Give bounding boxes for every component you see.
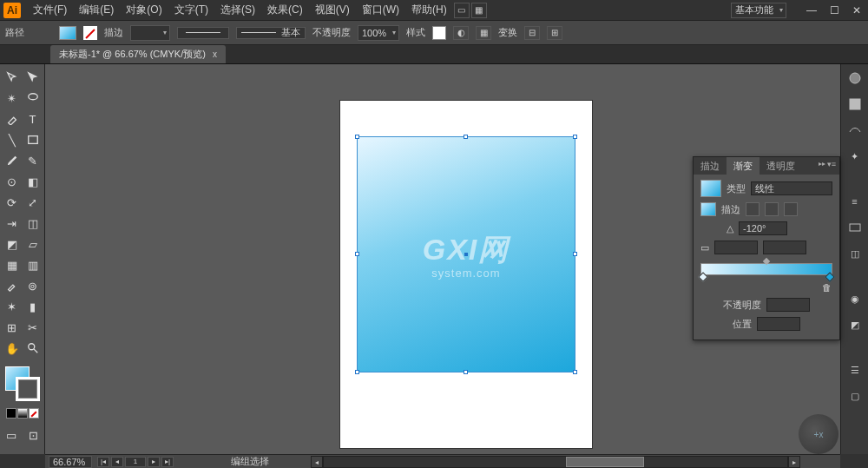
menu-effect[interactable]: 效果(C): [262, 0, 308, 20]
artboard-next-icon[interactable]: ▸: [148, 457, 160, 467]
rectangle-tool-icon[interactable]: [23, 130, 43, 149]
window-close-icon[interactable]: ✕: [849, 4, 865, 16]
gradient-panel-icon[interactable]: [846, 219, 864, 236]
free-transform-tool-icon[interactable]: ◫: [23, 214, 43, 233]
pen-tool-icon[interactable]: [3, 109, 22, 129]
stroke-color-box[interactable]: [16, 377, 40, 401]
swatches-panel-icon[interactable]: [846, 96, 864, 113]
artboards-panel-icon[interactable]: ▢: [846, 387, 864, 405]
stroke-gradient-along-icon[interactable]: [765, 202, 779, 216]
selected-rectangle[interactable]: GXI网 system.com: [358, 137, 575, 372]
artboard-prev-icon[interactable]: ◂: [111, 457, 123, 467]
artboard-first-icon[interactable]: |◂: [97, 457, 109, 467]
color-panel-icon[interactable]: [846, 69, 864, 87]
resize-handle[interactable]: [355, 370, 359, 374]
artboard-number-field[interactable]: 1: [125, 457, 146, 467]
corner-zoom-widget[interactable]: +x: [799, 414, 838, 454]
gradient-preview-swatch[interactable]: [700, 180, 721, 197]
line-tool-icon[interactable]: ╲: [3, 130, 22, 149]
graphic-styles-panel-icon[interactable]: ◩: [846, 316, 864, 333]
gradient-stroke-swatch[interactable]: [700, 202, 716, 216]
gradient-angle-field[interactable]: -120°: [739, 221, 787, 235]
lasso-tool-icon[interactable]: [23, 89, 43, 108]
symbols-panel-icon[interactable]: ✦: [846, 148, 864, 165]
resize-handle[interactable]: [573, 252, 577, 256]
select-similar-icon[interactable]: ⊞: [547, 26, 562, 40]
slice-tool-icon[interactable]: ✂: [23, 318, 43, 337]
scroll-right-icon[interactable]: ▸: [788, 456, 800, 468]
color-mode-solid[interactable]: [6, 408, 16, 419]
transparency-panel-icon[interactable]: ◫: [846, 245, 864, 262]
align-panel-icon[interactable]: ▦: [476, 26, 491, 40]
brush-definition-dropdown[interactable]: 基本: [236, 27, 306, 39]
panel-menu-icon[interactable]: ▾≡: [827, 160, 836, 168]
menu-type[interactable]: 文字(T): [169, 0, 214, 20]
resize-handle[interactable]: [573, 370, 577, 374]
width-tool-icon[interactable]: ⇥: [3, 214, 22, 233]
paintbrush-tool-icon[interactable]: [3, 151, 22, 170]
scroll-track[interactable]: [323, 456, 788, 468]
resize-handle[interactable]: [355, 135, 359, 139]
no-fill-icon[interactable]: [83, 26, 97, 40]
gradient-ramp[interactable]: [700, 263, 832, 275]
symbol-sprayer-tool-icon[interactable]: ✶: [3, 297, 22, 316]
delete-stop-icon[interactable]: 🗑: [822, 282, 832, 293]
appearance-panel-icon[interactable]: ◉: [846, 290, 864, 307]
blend-tool-icon[interactable]: ⊚: [23, 276, 43, 295]
color-mode-gradient[interactable]: [17, 408, 28, 419]
opacity-field[interactable]: 100%: [358, 25, 399, 41]
isolate-icon[interactable]: ⊟: [524, 26, 540, 40]
artboard-tool-icon[interactable]: ⊞: [3, 318, 22, 337]
menubar-layout-icon[interactable]: ▭: [454, 3, 470, 18]
gradient-stop-end[interactable]: [825, 272, 834, 281]
direct-selection-tool-icon[interactable]: [23, 68, 43, 87]
screen-mode-icon[interactable]: ▭: [2, 425, 21, 445]
panel-tab-gradient[interactable]: 渐变: [727, 157, 760, 175]
horizontal-scrollbar[interactable]: ◂ ▸: [323, 456, 788, 468]
stop-position-field[interactable]: [757, 317, 800, 331]
menu-file[interactable]: 文件(F): [28, 0, 72, 20]
stroke-gradient-within-icon[interactable]: [746, 202, 760, 216]
menu-help[interactable]: 帮助(H): [406, 0, 452, 20]
menu-select[interactable]: 选择(S): [215, 0, 260, 20]
zoom-tool-icon[interactable]: [23, 339, 43, 358]
fill-stroke-control[interactable]: [5, 366, 40, 401]
panel-tab-stroke[interactable]: 描边: [694, 157, 727, 175]
recolor-icon[interactable]: ◐: [453, 26, 469, 40]
artboard-last-icon[interactable]: ▸|: [161, 457, 174, 467]
brushes-panel-icon[interactable]: [846, 122, 864, 139]
workspace-switcher[interactable]: 基本功能: [731, 3, 786, 18]
menu-window[interactable]: 窗口(W): [357, 0, 404, 20]
stroke-profile-dropdown[interactable]: [177, 27, 229, 39]
mesh-tool-icon[interactable]: ▦: [3, 255, 22, 274]
layers-panel-icon[interactable]: ☰: [846, 361, 864, 379]
eyedropper-tool-icon[interactable]: [3, 276, 22, 295]
gradient-tool-icon[interactable]: ▥: [23, 255, 43, 274]
menu-edit[interactable]: 编辑(E): [74, 0, 119, 20]
type-tool-icon[interactable]: T: [23, 109, 43, 129]
gradient-stop-start[interactable]: [698, 272, 707, 281]
pencil-tool-icon[interactable]: ✎: [23, 151, 43, 170]
window-maximize-icon[interactable]: ☐: [826, 4, 842, 16]
stroke-gradient-across-icon[interactable]: [784, 202, 798, 216]
perspective-tool-icon[interactable]: ▱: [23, 234, 43, 254]
graphic-style-swatch[interactable]: [432, 26, 446, 40]
magic-wand-tool-icon[interactable]: ✴: [3, 89, 22, 108]
column-graph-tool-icon[interactable]: ▮: [23, 297, 43, 316]
scale-tool-icon[interactable]: ⤢: [23, 193, 43, 212]
selection-tool-icon[interactable]: [3, 68, 22, 87]
resize-handle[interactable]: [355, 252, 359, 256]
panel-collapse-icon[interactable]: ▸▸: [819, 160, 825, 168]
menu-object[interactable]: 对象(O): [121, 0, 167, 20]
hand-tool-icon[interactable]: ✋: [3, 339, 22, 358]
scroll-thumb[interactable]: [566, 457, 644, 467]
panel-tab-transparency[interactable]: 透明度: [760, 157, 802, 175]
zoom-field[interactable]: 66.67%: [49, 456, 92, 468]
gradient-midpoint[interactable]: [763, 258, 770, 265]
rotate-tool-icon[interactable]: ⟳: [3, 193, 22, 212]
eraser-tool-icon[interactable]: ◧: [23, 172, 43, 191]
resize-handle[interactable]: [464, 135, 468, 139]
scroll-left-icon[interactable]: ◂: [311, 456, 323, 468]
window-minimize-icon[interactable]: —: [804, 4, 819, 16]
stroke-panel-icon[interactable]: ≡: [846, 193, 864, 210]
